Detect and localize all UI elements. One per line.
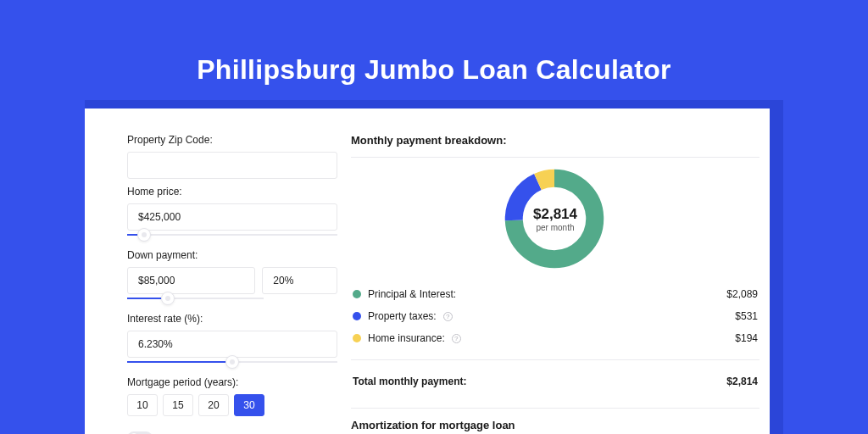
slider-thumb[interactable] <box>225 355 239 369</box>
total-value: $2,814 <box>726 376 758 387</box>
down-payment-slider[interactable] <box>127 298 264 299</box>
period-row: 10152030 <box>127 394 337 416</box>
divider <box>351 157 760 158</box>
period-button-20[interactable]: 20 <box>198 394 229 416</box>
home-price-label: Home price: <box>127 186 337 198</box>
slider-thumb[interactable] <box>161 292 175 305</box>
legend-label: Home insurance: <box>368 332 445 344</box>
legend-dot-icon <box>353 290 361 298</box>
legend-row-taxes: Property taxes:?$531 <box>351 305 760 327</box>
period-button-10[interactable]: 10 <box>127 394 158 416</box>
legend-value: $2,089 <box>726 288 758 300</box>
donut-center-value: $2,814 <box>533 206 577 223</box>
legend-row-insurance: Home insurance:?$194 <box>351 327 760 349</box>
legend-dot-icon <box>353 312 361 320</box>
home-price-input[interactable] <box>127 203 337 231</box>
amortization-title: Amortization for mortgage loan <box>351 419 760 431</box>
legend-value: $531 <box>735 310 758 322</box>
info-icon[interactable]: ? <box>452 334 461 343</box>
page-title: Phillipsburg Jumbo Loan Calculator <box>0 0 868 86</box>
legend-value: $194 <box>735 332 758 344</box>
divider <box>351 359 760 360</box>
home-price-slider[interactable] <box>127 234 337 236</box>
slider-thumb[interactable] <box>137 228 151 242</box>
divider <box>351 408 760 409</box>
period-button-15[interactable]: 15 <box>163 394 193 416</box>
form-column: Property Zip Code: Home price: Down paym… <box>127 134 337 434</box>
donut-wrap: $2,814 per month <box>351 168 760 270</box>
legend-label: Property taxes: <box>368 310 437 322</box>
interest-input[interactable] <box>127 331 337 358</box>
down-payment-input[interactable] <box>127 267 255 294</box>
down-payment-pct-input[interactable] <box>262 267 337 294</box>
breakdown-title: Monthly payment breakdown: <box>351 134 760 147</box>
total-row: Total monthly payment: $2,814 <box>351 370 760 392</box>
down-payment-label: Down payment: <box>127 249 337 261</box>
zip-input[interactable] <box>127 152 337 179</box>
period-button-30[interactable]: 30 <box>234 394 264 416</box>
legend-label: Principal & Interest: <box>368 288 456 300</box>
legend: Principal & Interest:$2,089Property taxe… <box>351 283 760 349</box>
info-icon[interactable]: ? <box>443 312 453 321</box>
total-label: Total monthly payment: <box>353 376 466 387</box>
zip-label: Property Zip Code: <box>127 134 337 146</box>
calculator-card: Property Zip Code: Home price: Down paym… <box>85 108 770 434</box>
legend-dot-icon <box>353 334 361 342</box>
period-label: Mortgage period (years): <box>127 376 337 388</box>
donut-center-sub: per month <box>536 223 574 232</box>
payment-donut-chart: $2,814 per month <box>504 168 607 270</box>
legend-row-principal: Principal & Interest:$2,089 <box>351 283 760 305</box>
breakdown-column: Monthly payment breakdown: $2,814 per mo… <box>337 134 760 434</box>
interest-label: Interest rate (%): <box>127 313 337 325</box>
interest-slider[interactable] <box>127 361 337 363</box>
